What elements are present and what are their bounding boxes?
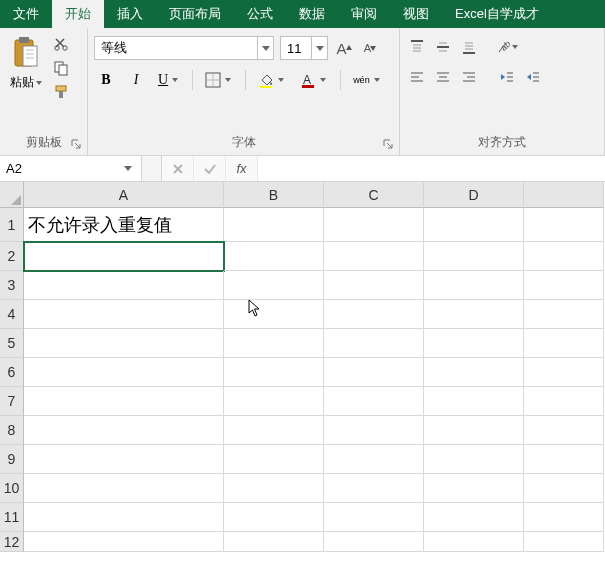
cell[interactable] <box>524 271 604 300</box>
cell[interactable] <box>324 474 424 503</box>
cell[interactable] <box>24 387 224 416</box>
decrease-indent-button[interactable] <box>496 66 518 88</box>
cell[interactable] <box>524 503 604 532</box>
cell[interactable] <box>424 445 524 474</box>
cell[interactable] <box>224 358 324 387</box>
column-header[interactable]: C <box>324 182 424 208</box>
font-color-button[interactable]: A <box>296 68 332 92</box>
cell[interactable] <box>324 300 424 329</box>
row-header[interactable]: 8 <box>0 416 24 445</box>
cell[interactable] <box>424 474 524 503</box>
chevron-down-icon[interactable] <box>223 78 233 82</box>
copy-button[interactable] <box>50 58 72 78</box>
cell[interactable] <box>24 532 224 552</box>
cell[interactable] <box>424 208 524 242</box>
chevron-down-icon[interactable] <box>318 78 328 82</box>
cell[interactable] <box>24 271 224 300</box>
font-name-combo[interactable]: 等线 <box>94 36 274 60</box>
row-header[interactable]: 1 <box>0 208 24 242</box>
cell[interactable] <box>524 358 604 387</box>
row-header[interactable]: 2 <box>0 242 24 271</box>
chevron-down-icon[interactable] <box>170 78 180 82</box>
format-painter-button[interactable] <box>50 82 72 102</box>
cell[interactable] <box>24 300 224 329</box>
align-right-button[interactable] <box>458 66 480 88</box>
cell[interactable] <box>224 445 324 474</box>
orientation-button[interactable]: ab <box>496 36 518 58</box>
row-header[interactable]: 4 <box>0 300 24 329</box>
row-header[interactable]: 7 <box>0 387 24 416</box>
cell[interactable] <box>224 503 324 532</box>
chevron-down-icon[interactable] <box>121 166 135 171</box>
underline-button[interactable]: U <box>154 68 184 92</box>
column-header[interactable]: B <box>224 182 324 208</box>
row-header[interactable]: 11 <box>0 503 24 532</box>
column-header[interactable]: A <box>24 182 224 208</box>
increase-indent-button[interactable] <box>522 66 544 88</box>
cell[interactable] <box>524 208 604 242</box>
chevron-down-icon[interactable] <box>372 78 382 82</box>
cell[interactable] <box>24 503 224 532</box>
row-header[interactable]: 6 <box>0 358 24 387</box>
cell[interactable] <box>224 532 324 552</box>
menu-tab-review[interactable]: 审阅 <box>338 0 390 28</box>
increase-font-size-button[interactable]: A <box>334 37 354 59</box>
cell[interactable] <box>224 300 324 329</box>
decrease-font-size-button[interactable]: A <box>360 37 380 59</box>
cell[interactable] <box>524 445 604 474</box>
cell[interactable] <box>424 503 524 532</box>
cell[interactable] <box>524 300 604 329</box>
cell[interactable]: 不允许录入重复值 <box>24 208 224 242</box>
cell[interactable] <box>24 474 224 503</box>
cell[interactable] <box>424 271 524 300</box>
chevron-down-icon[interactable] <box>311 37 327 59</box>
cell[interactable] <box>224 271 324 300</box>
fill-color-button[interactable] <box>254 68 290 92</box>
cell[interactable] <box>324 503 424 532</box>
cell[interactable] <box>324 445 424 474</box>
insert-function-button[interactable]: fx <box>226 156 258 181</box>
cell[interactable] <box>224 329 324 358</box>
cell[interactable] <box>324 242 424 271</box>
row-header[interactable]: 9 <box>0 445 24 474</box>
row-header[interactable]: 12 <box>0 532 24 552</box>
menu-tab-file[interactable]: 文件 <box>0 0 52 28</box>
dialog-launcher-icon[interactable] <box>71 139 83 151</box>
cell[interactable] <box>524 329 604 358</box>
cell[interactable] <box>224 242 324 271</box>
bold-button[interactable]: B <box>94 68 118 92</box>
cell[interactable] <box>424 242 524 271</box>
align-bottom-button[interactable] <box>458 36 480 58</box>
menu-tab-insert[interactable]: 插入 <box>104 0 156 28</box>
chevron-down-icon[interactable] <box>276 78 286 82</box>
cell[interactable] <box>524 387 604 416</box>
cell[interactable] <box>424 387 524 416</box>
cell[interactable] <box>224 416 324 445</box>
select-all-corner[interactable] <box>0 182 24 208</box>
cell[interactable] <box>224 387 324 416</box>
chevron-down-icon[interactable] <box>257 37 273 59</box>
menu-tab-page-layout[interactable]: 页面布局 <box>156 0 234 28</box>
row-header[interactable]: 3 <box>0 271 24 300</box>
cell[interactable] <box>424 358 524 387</box>
cell[interactable] <box>524 242 604 271</box>
cell[interactable] <box>424 416 524 445</box>
cell[interactable] <box>424 300 524 329</box>
menu-tab-addin[interactable]: Excel自学成才 <box>442 0 552 28</box>
cell[interactable] <box>524 532 604 552</box>
column-header[interactable] <box>524 182 604 208</box>
column-header[interactable]: D <box>424 182 524 208</box>
cell[interactable] <box>224 208 324 242</box>
menu-tab-view[interactable]: 视图 <box>390 0 442 28</box>
cell[interactable] <box>224 474 324 503</box>
cell[interactable] <box>324 271 424 300</box>
menu-tab-formulas[interactable]: 公式 <box>234 0 286 28</box>
dialog-launcher-icon[interactable] <box>383 139 395 151</box>
cell[interactable] <box>524 474 604 503</box>
row-header[interactable]: 10 <box>0 474 24 503</box>
cell[interactable] <box>424 329 524 358</box>
cell[interactable] <box>524 416 604 445</box>
phonetic-guide-button[interactable]: wén <box>349 68 386 92</box>
font-size-combo[interactable]: 11 <box>280 36 328 60</box>
cell[interactable] <box>324 208 424 242</box>
